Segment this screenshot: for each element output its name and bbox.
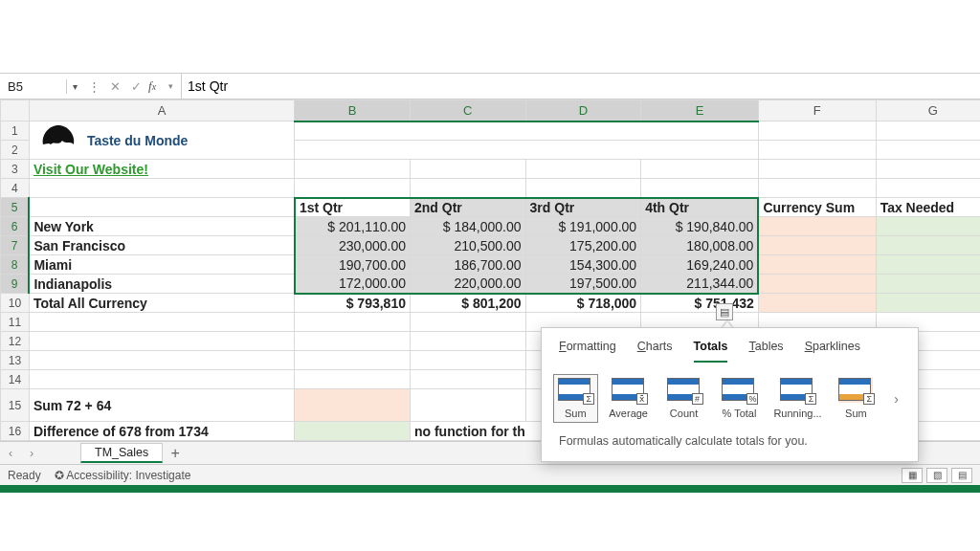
- cell[interactable]: Indianapolis: [29, 275, 295, 294]
- cell[interactable]: 210,500.00: [410, 236, 525, 255]
- cell[interactable]: [876, 236, 980, 255]
- row-header[interactable]: 4: [1, 179, 30, 198]
- row-header[interactable]: 11: [1, 313, 30, 332]
- cell[interactable]: $ 793,810: [295, 294, 411, 313]
- qa-item-count[interactable]: # Count: [663, 378, 705, 419]
- row-header[interactable]: 10: [1, 294, 30, 313]
- cell[interactable]: 220,000.00: [410, 275, 525, 294]
- qa-tab-sparklines[interactable]: Sparklines: [805, 340, 860, 363]
- cell[interactable]: $ 751,432: [641, 294, 759, 313]
- enter-icon[interactable]: ✓: [125, 79, 146, 94]
- accessibility-status[interactable]: ✪ Accessibility: Investigate: [55, 469, 191, 482]
- website-link-cell[interactable]: Visit Our Website!: [29, 160, 295, 179]
- view-page-layout-button[interactable]: ▧: [926, 468, 947, 483]
- cell[interactable]: $ 801,200: [410, 294, 525, 313]
- qa-tab-formatting[interactable]: Formatting: [559, 340, 616, 363]
- fx-dropdown-icon[interactable]: ▾: [160, 81, 181, 91]
- formula-input[interactable]: [181, 74, 980, 99]
- cell[interactable]: 172,000.00: [295, 275, 411, 294]
- row-header[interactable]: 6: [1, 217, 30, 236]
- qa-item-running[interactable]: Σ Running...: [773, 378, 821, 419]
- qa-item-average[interactable]: x̄ Average: [608, 378, 650, 419]
- qa-item-pct-total[interactable]: % % Total: [719, 378, 761, 419]
- col-header-C[interactable]: C: [410, 100, 525, 121]
- cell[interactable]: 1st Qtr: [295, 198, 411, 217]
- website-link[interactable]: Visit Our Website!: [33, 162, 148, 177]
- cell[interactable]: Currency Sum: [758, 198, 876, 217]
- row-header[interactable]: 12: [1, 332, 30, 351]
- cell[interactable]: Tax Needed: [876, 198, 980, 217]
- cell[interactable]: 197,500.00: [525, 275, 641, 294]
- cell[interactable]: 175,200.00: [525, 236, 641, 255]
- cell[interactable]: 2nd Qtr: [410, 198, 525, 217]
- cell[interactable]: $ 191,000.00: [525, 217, 641, 236]
- qa-tab-tables[interactable]: Tables: [748, 340, 783, 363]
- cell[interactable]: 4th Qtr: [641, 198, 759, 217]
- row-header[interactable]: 8: [1, 255, 30, 275]
- cell[interactable]: 154,300.00: [525, 255, 641, 275]
- cell[interactable]: [295, 389, 411, 422]
- cell[interactable]: San Francisco: [29, 236, 295, 255]
- col-header-G[interactable]: G: [876, 100, 980, 121]
- fx-icon[interactable]: fx: [146, 78, 160, 94]
- cell[interactable]: $ 190,840.00: [641, 217, 759, 236]
- add-sheet-button[interactable]: +: [163, 445, 188, 462]
- row-header[interactable]: 1: [1, 121, 30, 141]
- row-header[interactable]: 5: [1, 198, 30, 217]
- cell[interactable]: 180,008.00: [641, 236, 759, 255]
- cell[interactable]: [758, 275, 876, 294]
- row-header[interactable]: 15: [1, 389, 30, 422]
- view-normal-button[interactable]: ▦: [902, 468, 923, 483]
- col-header-B[interactable]: B: [295, 100, 411, 121]
- cancel-icon[interactable]: ✕: [104, 79, 125, 94]
- cell[interactable]: no function for this: [410, 422, 525, 441]
- col-header-E[interactable]: E: [641, 100, 759, 121]
- quick-analysis-badge[interactable]: ▤: [716, 303, 733, 320]
- view-page-break-button[interactable]: ▤: [951, 468, 972, 483]
- cell[interactable]: 186,700.00: [410, 255, 525, 275]
- cell[interactable]: [758, 217, 876, 236]
- sheet-tab[interactable]: TM_Sales: [80, 443, 163, 463]
- qa-item-sum-col[interactable]: Σ Sum: [835, 378, 877, 419]
- qa-more-icon[interactable]: ›: [890, 391, 902, 407]
- cell[interactable]: [876, 275, 980, 294]
- row-header[interactable]: 9: [1, 275, 30, 294]
- cell[interactable]: 230,000.00: [295, 236, 411, 255]
- row-header[interactable]: 3: [1, 160, 30, 179]
- name-box-dropdown-icon[interactable]: ▾: [67, 81, 83, 92]
- cell[interactable]: New York: [29, 217, 295, 236]
- sheet-nav-next-icon[interactable]: ›: [21, 447, 42, 460]
- row-header[interactable]: 14: [1, 370, 30, 389]
- cell[interactable]: [876, 217, 980, 236]
- row-header[interactable]: 2: [1, 141, 30, 160]
- col-header-A[interactable]: A: [29, 100, 295, 121]
- cell[interactable]: [876, 294, 980, 313]
- cell[interactable]: Sum 72 + 64: [29, 389, 295, 422]
- cell[interactable]: 3rd Qtr: [525, 198, 641, 217]
- cell[interactable]: $ 201,110.00: [295, 217, 411, 236]
- cell[interactable]: [758, 255, 876, 275]
- sheet-nav-prev-icon[interactable]: ‹: [0, 447, 21, 460]
- col-header-D[interactable]: D: [525, 100, 641, 121]
- qa-tab-totals[interactable]: Totals: [694, 340, 728, 363]
- cell[interactable]: [758, 294, 876, 313]
- cell[interactable]: Difference of 678 from 1734: [29, 422, 295, 441]
- quick-analysis-icon[interactable]: ▤: [716, 303, 733, 320]
- name-box[interactable]: B5: [0, 79, 67, 94]
- row-header[interactable]: 7: [1, 236, 30, 255]
- select-all-corner[interactable]: [1, 100, 30, 121]
- cell[interactable]: 190,700.00: [295, 255, 411, 275]
- qa-tab-charts[interactable]: Charts: [637, 340, 673, 363]
- cell[interactable]: $ 718,000: [525, 294, 641, 313]
- col-header-F[interactable]: F: [758, 100, 876, 121]
- cell[interactable]: 169,240.00: [641, 255, 759, 275]
- row-header[interactable]: 13: [1, 351, 30, 370]
- cell[interactable]: Total All Currency: [29, 294, 295, 313]
- qa-item-sum[interactable]: Σ Sum: [554, 375, 597, 422]
- cell[interactable]: [295, 422, 411, 441]
- row-header[interactable]: 16: [1, 422, 30, 441]
- cell[interactable]: $ 184,000.00: [410, 217, 525, 236]
- cell[interactable]: Miami: [29, 255, 295, 275]
- cell[interactable]: 211,344.00: [641, 275, 759, 294]
- cell[interactable]: [758, 236, 876, 255]
